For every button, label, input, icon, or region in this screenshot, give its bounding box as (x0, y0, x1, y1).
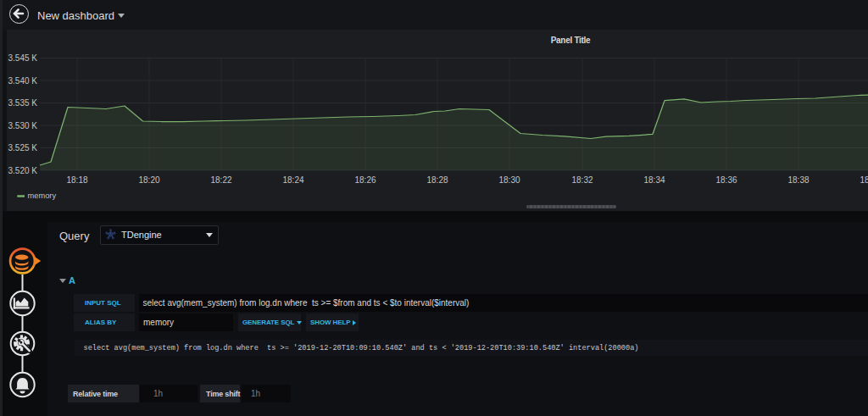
svg-text:18:32: 18:32 (571, 175, 593, 185)
svg-text:3.530 K: 3.530 K (8, 121, 38, 130)
svg-text:Panel Title: Panel Title (551, 36, 591, 45)
svg-text:18:38: 18:38 (787, 175, 809, 185)
svg-text:18:26: 18:26 (354, 175, 376, 185)
svg-text:18:22: 18:22 (210, 175, 231, 185)
svg-text:18:36: 18:36 (715, 175, 737, 185)
svg-text:18:28: 18:28 (426, 175, 448, 185)
svg-text:18:20: 18:20 (138, 175, 159, 185)
svg-text:3.525 K: 3.525 K (8, 143, 38, 153)
svg-text:18:18: 18:18 (66, 175, 87, 185)
svg-text:18:30: 18:30 (498, 175, 520, 185)
svg-text:18:24: 18:24 (282, 175, 303, 185)
svg-text:18:40: 18:40 (860, 175, 868, 185)
svg-text:3.535 K: 3.535 K (8, 98, 38, 108)
svg-text:3.540 K: 3.540 K (8, 76, 38, 86)
svg-text:memory: memory (28, 191, 57, 200)
svg-text:3.545 K: 3.545 K (8, 53, 38, 63)
svg-text:3.520 K: 3.520 K (8, 166, 38, 175)
svg-text:18:34: 18:34 (643, 175, 665, 185)
